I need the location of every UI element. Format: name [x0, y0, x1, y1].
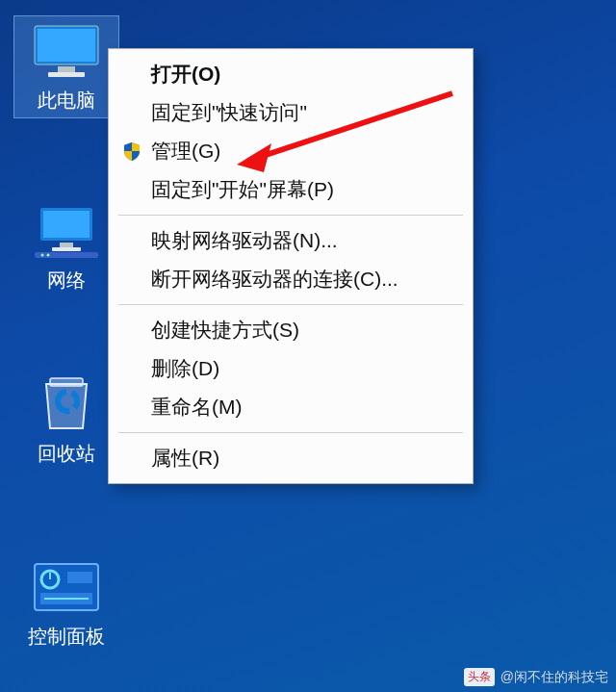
desktop-icon-label: 回收站 — [38, 441, 95, 467]
context-menu: 打开(O) 固定到"快速访问" 管理(G) 固定到"开始"屏幕(P) 映射网络驱… — [108, 48, 474, 484]
menu-separator — [118, 304, 463, 305]
watermark-badge: 头条 — [464, 668, 495, 686]
menu-item-label: 属性(R) — [151, 445, 455, 472]
svg-rect-6 — [60, 243, 73, 247]
menu-item-pin-quick-access[interactable]: 固定到"快速访问" — [111, 93, 471, 132]
desktop-icon-recycle-bin[interactable]: 回收站 — [13, 375, 119, 467]
shield-icon — [118, 141, 145, 162]
svg-rect-8 — [35, 252, 98, 258]
desktop-icon-label: 网络 — [47, 268, 86, 294]
menu-item-rename[interactable]: 重命名(M) — [111, 388, 471, 426]
svg-rect-1 — [38, 29, 95, 62]
svg-rect-2 — [58, 66, 75, 72]
menu-item-label: 断开网络驱动器的连接(C)... — [151, 266, 455, 293]
menu-item-manage[interactable]: 管理(G) — [111, 132, 471, 170]
this-pc-icon — [28, 22, 105, 80]
menu-item-label: 打开(O) — [151, 61, 455, 88]
desktop-icon-label: 此电脑 — [38, 88, 95, 114]
menu-item-disconnect-drive[interactable]: 断开网络驱动器的连接(C)... — [111, 260, 471, 298]
desktop-icon-this-pc[interactable]: 此电脑 — [13, 15, 119, 118]
network-icon — [28, 202, 105, 260]
menu-item-pin-start[interactable]: 固定到"开始"屏幕(P) — [111, 170, 471, 209]
menu-item-delete[interactable]: 删除(D) — [111, 349, 471, 388]
watermark: 头条 @闲不住的科技宅 — [464, 668, 608, 686]
menu-item-label: 删除(D) — [151, 355, 455, 382]
desktop-icon-control-panel[interactable]: 控制面板 — [13, 558, 119, 650]
menu-item-map-drive[interactable]: 映射网络驱动器(N)... — [111, 221, 471, 260]
watermark-author: @闲不住的科技宅 — [500, 669, 608, 686]
menu-item-label: 固定到"快速访问" — [151, 99, 455, 126]
svg-point-10 — [47, 254, 50, 257]
menu-item-label: 固定到"开始"屏幕(P) — [151, 176, 455, 203]
svg-rect-5 — [43, 211, 90, 238]
desktop-icon-label: 控制面板 — [28, 624, 105, 650]
svg-point-9 — [41, 254, 44, 257]
recycle-bin-icon — [28, 375, 105, 433]
menu-item-open[interactable]: 打开(O) — [111, 55, 471, 93]
control-panel-icon — [28, 558, 105, 616]
svg-rect-3 — [48, 72, 85, 77]
menu-item-label: 管理(G) — [151, 138, 455, 165]
menu-separator — [118, 215, 463, 216]
menu-item-properties[interactable]: 属性(R) — [111, 439, 471, 477]
svg-rect-11 — [50, 378, 83, 386]
menu-item-create-shortcut[interactable]: 创建快捷方式(S) — [111, 311, 471, 349]
svg-rect-7 — [52, 247, 81, 251]
svg-rect-15 — [67, 572, 92, 583]
menu-item-label: 创建快捷方式(S) — [151, 317, 455, 344]
menu-separator — [118, 432, 463, 433]
desktop-icon-network[interactable]: 网络 — [13, 202, 119, 294]
menu-item-label: 映射网络驱动器(N)... — [151, 227, 455, 254]
menu-item-label: 重命名(M) — [151, 394, 455, 421]
